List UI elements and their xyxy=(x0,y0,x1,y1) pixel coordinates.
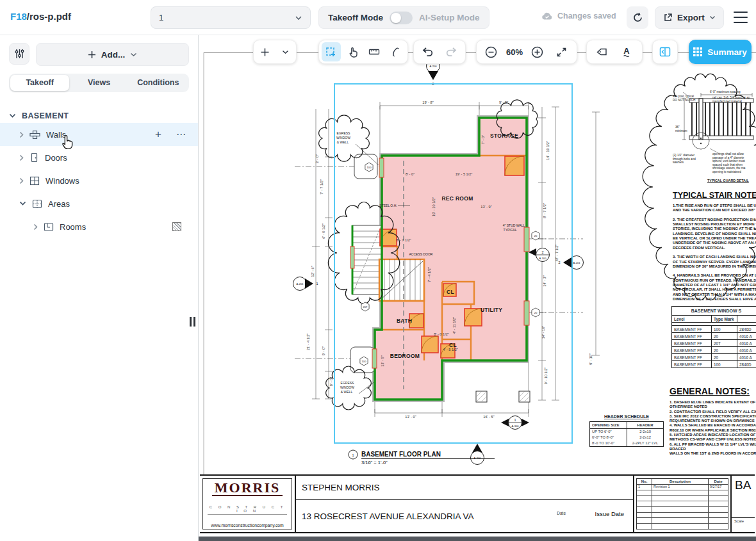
chevron-right-icon xyxy=(19,177,24,184)
zoom-in-button[interactable] xyxy=(528,42,547,61)
plan-note-label: WINDOW xyxy=(340,385,354,389)
tree-group-basement[interactable]: BASEMENT xyxy=(0,109,198,123)
more-options-icon[interactable]: ⋯ xyxy=(176,129,186,140)
fit-screen-button[interactable] xyxy=(552,42,571,61)
general-notes-body: 1. DASHED BLUE LINES INDICATE EXTENT OF … xyxy=(670,400,756,456)
areas-icon xyxy=(32,199,42,209)
plan-dimension: 19' - 10 1/2" xyxy=(432,197,436,216)
guard-detail-label: 6'-0" maximum spacing xyxy=(710,90,740,94)
plus-icon xyxy=(260,47,270,57)
summary-button[interactable]: Summary xyxy=(689,40,752,64)
redo-button[interactable] xyxy=(441,42,461,61)
add-tool-chevron[interactable] xyxy=(275,42,295,61)
table-row xyxy=(637,518,728,524)
tab-conditions[interactable]: Conditions xyxy=(129,75,188,91)
sheet-marker: A-2012 xyxy=(558,256,583,270)
company-website: www.morrisconstructioncompany.com xyxy=(204,522,290,528)
svg-text:A-201: A-201 xyxy=(297,282,304,286)
menu-button[interactable] xyxy=(732,10,749,25)
tab-takeoff[interactable]: Takeoff xyxy=(10,75,69,91)
plan-note-label: EGRESS xyxy=(337,131,351,135)
grid-icon xyxy=(693,47,702,56)
table-row xyxy=(637,524,728,529)
svg-text:BASEMENT FLOOR PLAN: BASEMENT FLOOR PLAN xyxy=(361,451,441,458)
plan-dimension: 21' - 4 1/2" xyxy=(306,334,310,351)
canvas-edge xyxy=(199,537,756,541)
pan-tool[interactable] xyxy=(343,42,362,61)
text-tool[interactable]: A xyxy=(617,42,636,61)
table-row xyxy=(637,496,728,501)
svg-text:1: 1 xyxy=(352,453,354,457)
add-takeoff-tool[interactable] xyxy=(255,42,274,61)
sidebar-item-label: Areas xyxy=(48,199,70,209)
plan-dimension: 3' - 0" xyxy=(315,154,319,163)
chevron-down-icon xyxy=(295,15,302,20)
svg-text:A-300: A-300 xyxy=(539,257,547,260)
plan-dimension: 13' - 9" xyxy=(481,205,491,209)
room-label: BEDROOM xyxy=(390,353,420,359)
door-icon xyxy=(29,152,39,163)
header-schedule-rows: UP TO 6'-0"2-2x106'-0" TO 8'-0"2-2x128'-… xyxy=(590,429,663,446)
file-name: F18/ros-p.pdf xyxy=(10,11,71,22)
toolbar-add-group xyxy=(253,40,297,64)
minus-circle-icon xyxy=(485,46,497,58)
ruler-icon xyxy=(368,47,380,56)
angle-tool[interactable] xyxy=(386,42,405,61)
add-takeoff-icon[interactable]: + xyxy=(155,128,161,141)
sheet-code-cell: BA Scale xyxy=(730,476,755,532)
select-tool[interactable] xyxy=(322,42,341,61)
sidebar-item-rooms[interactable]: Rooms xyxy=(0,215,198,238)
plan-dimension: 8' - 0" xyxy=(406,172,415,176)
general-notes: GENERAL NOTES: 1. DASHED BLUE LINES INDI… xyxy=(670,386,756,456)
plan-dimension: 8' - 7 1/2" xyxy=(543,203,546,218)
marquee-select-icon xyxy=(325,47,336,58)
add-button[interactable]: Add... xyxy=(36,43,189,66)
zoom-level: 60% xyxy=(506,47,523,57)
table-row: 1Revision 19/27/17 xyxy=(637,485,728,490)
plan-note-label: 4" STUD WALL xyxy=(503,223,525,227)
guard-detail-label: rail cap: 2x6, 5/4 board or ap manufactu… xyxy=(712,96,750,103)
panel-toggle-button[interactable] xyxy=(655,42,675,61)
cloud-check-icon xyxy=(541,12,553,20)
rooms-hatch-swatch[interactable] xyxy=(172,222,181,231)
header-schedule-title: HEADER SCHEDULE xyxy=(589,414,664,419)
table-row: BASEMENT FF204016 A xyxy=(672,347,756,354)
refresh-button[interactable] xyxy=(627,6,648,29)
table-row: BASEMENT FF20T4016 A xyxy=(672,340,756,347)
sidebar-resize-handle[interactable] xyxy=(188,313,196,330)
plan-dimension: 7' - 0" xyxy=(481,135,485,144)
undo-button[interactable] xyxy=(418,42,438,61)
sidebar-item-walls[interactable]: Walls + ⋯ xyxy=(0,123,198,146)
redo-icon xyxy=(445,47,457,57)
mode-toggle-group: Takeoff Mode AI-Setup Mode xyxy=(318,6,489,29)
plan-note-label: & WELL xyxy=(341,390,353,394)
export-button[interactable]: Export xyxy=(655,6,724,29)
mode-toggle-switch[interactable] xyxy=(390,12,413,24)
sidebar-item-areas[interactable]: Areas xyxy=(0,192,198,215)
sidebar-item-windows[interactable]: Windows xyxy=(0,169,198,192)
guard-detail: TYPICAL GUARD DETAIL 4x4 post, typical D… xyxy=(671,90,756,191)
svg-text:A-200: A-200 xyxy=(430,65,438,68)
svg-text:1: 1 xyxy=(514,418,516,422)
drawing-canvas[interactable]: 19' - 8"9' - 9"7' - 0"8' - 0"19' - 5 1/2… xyxy=(199,35,756,541)
room-label: BATH xyxy=(397,318,412,324)
arc-icon xyxy=(391,47,400,57)
sidebar-item-label: Windows xyxy=(45,176,79,186)
file-prefix: F18 xyxy=(10,11,27,22)
zoom-out-button[interactable] xyxy=(482,42,501,61)
svg-text:2: 2 xyxy=(541,250,543,254)
sidebar-item-doors[interactable]: Doors xyxy=(0,146,198,169)
company-logo: MORRIS C O N S T R U C T I O N www.morri… xyxy=(200,476,295,532)
toolbar-history-group xyxy=(413,40,466,64)
company-subtitle: C O N S T R U C T I O N xyxy=(208,504,286,515)
plan-dimension: 47' - 7 1/2" xyxy=(555,245,559,262)
tab-views[interactable]: Views xyxy=(69,75,128,91)
toggle-knob xyxy=(391,13,401,23)
measure-tool[interactable] xyxy=(365,42,384,61)
general-notes-title: GENERAL NOTES: xyxy=(670,386,756,396)
room-label: UTILITY xyxy=(481,307,502,313)
filter-button[interactable] xyxy=(9,43,29,65)
label-tool[interactable] xyxy=(593,42,612,61)
page-selector[interactable]: 1 xyxy=(151,6,311,29)
top-bar: F18/ros-p.pdf 1 Takeoff Mode AI-Setup Mo… xyxy=(0,0,756,35)
